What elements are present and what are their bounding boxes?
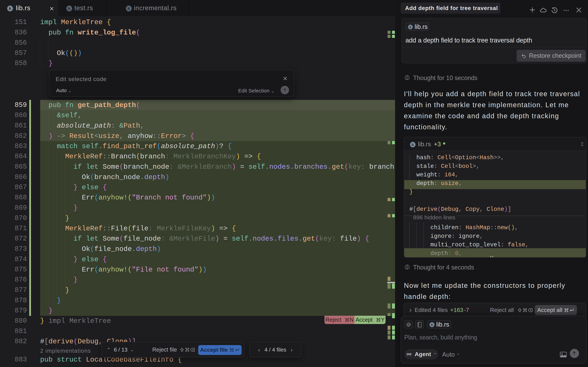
svg-text:R: R [409,25,412,29]
svg-text:R: R [127,7,130,11]
svg-text:R: R [411,143,414,147]
svg-text:R: R [68,7,71,11]
svg-text:R: R [9,7,12,11]
svg-text:R: R [431,323,433,326]
